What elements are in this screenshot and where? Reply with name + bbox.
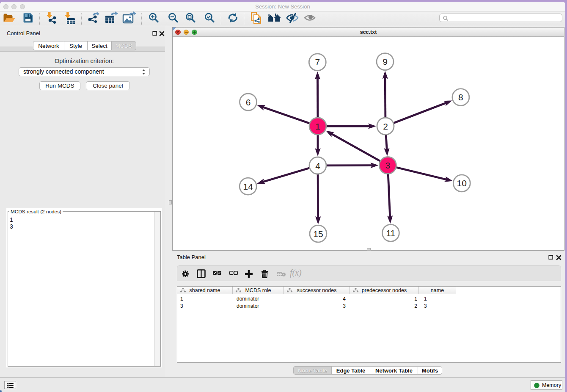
svg-text:6: 6 bbox=[246, 97, 251, 107]
svg-text:8: 8 bbox=[458, 92, 463, 102]
svg-text:3: 3 bbox=[385, 160, 391, 170]
svg-text:14: 14 bbox=[243, 182, 253, 191]
svg-text:11: 11 bbox=[386, 228, 395, 238]
svg-text:2: 2 bbox=[383, 121, 388, 131]
svg-text:4: 4 bbox=[315, 161, 320, 171]
svg-text:7: 7 bbox=[315, 57, 320, 67]
svg-text:10: 10 bbox=[457, 178, 467, 188]
svg-text:1: 1 bbox=[315, 121, 320, 131]
svg-text:9: 9 bbox=[383, 57, 388, 66]
svg-text:15: 15 bbox=[313, 229, 323, 239]
